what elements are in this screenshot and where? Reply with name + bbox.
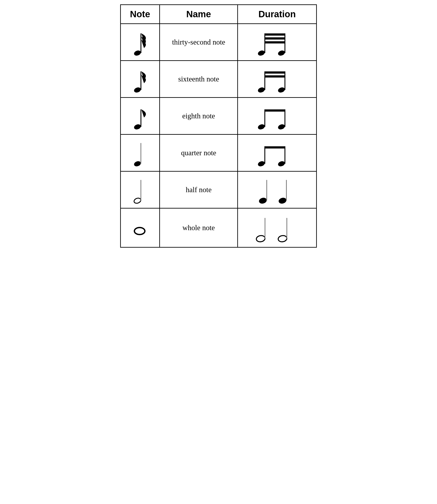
svg-marker-6 bbox=[265, 33, 285, 36]
name-cell-half: half note bbox=[160, 172, 238, 208]
svg-rect-14 bbox=[285, 71, 285, 90]
duration-cell-half bbox=[238, 172, 316, 208]
svg-rect-32 bbox=[140, 180, 141, 201]
svg-point-13 bbox=[277, 87, 286, 93]
svg-rect-29 bbox=[285, 146, 285, 164]
svg-rect-42 bbox=[287, 218, 287, 239]
svg-marker-16 bbox=[265, 75, 285, 78]
svg-rect-20 bbox=[264, 109, 265, 127]
svg-point-24 bbox=[133, 160, 142, 167]
duration-cell-whole bbox=[238, 209, 316, 247]
note-cell-half bbox=[121, 172, 160, 208]
note-name-eighth: eighth note bbox=[182, 111, 215, 121]
duration-cell-thirty-second bbox=[238, 24, 316, 60]
svg-rect-12 bbox=[264, 71, 265, 90]
svg-point-9 bbox=[133, 87, 142, 93]
note-name-whole: whole note bbox=[182, 223, 215, 233]
svg-point-31 bbox=[133, 197, 142, 204]
svg-point-21 bbox=[277, 123, 286, 130]
table-row: quarter note bbox=[121, 135, 316, 172]
svg-rect-1 bbox=[140, 33, 141, 53]
svg-rect-34 bbox=[266, 180, 267, 201]
note-cell-quarter bbox=[121, 135, 160, 171]
svg-point-17 bbox=[133, 123, 142, 130]
duration-cell-sixteenth bbox=[238, 61, 316, 97]
svg-rect-22 bbox=[285, 109, 285, 127]
note-name-quarter: quarter note bbox=[181, 148, 216, 158]
svg-rect-18 bbox=[140, 109, 141, 127]
music-notes-table: Note Name Duration bbox=[120, 4, 317, 248]
duration-cell-quarter bbox=[238, 135, 316, 171]
note-cell-whole bbox=[121, 209, 160, 247]
table-row: thirty-second note bbox=[121, 24, 316, 61]
note-name-half: half note bbox=[186, 185, 211, 194]
svg-marker-23 bbox=[265, 109, 285, 112]
table-row: half note bbox=[121, 172, 316, 209]
svg-marker-7 bbox=[265, 37, 285, 39]
note-cell-thirty-second bbox=[121, 24, 160, 60]
note-name-thirty-second: thirty-second note bbox=[172, 37, 225, 47]
svg-marker-8 bbox=[265, 41, 285, 43]
table-header-row: Note Name Duration bbox=[121, 5, 316, 24]
duration-cell-eighth bbox=[238, 98, 316, 134]
svg-point-26 bbox=[257, 160, 266, 167]
name-cell-eighth: eighth note bbox=[160, 98, 238, 134]
svg-rect-27 bbox=[264, 146, 265, 164]
table-row: eighth note bbox=[121, 98, 316, 135]
svg-marker-15 bbox=[265, 71, 285, 74]
note-cell-eighth bbox=[121, 98, 160, 134]
svg-point-39 bbox=[256, 235, 266, 242]
svg-point-41 bbox=[278, 235, 287, 242]
table-row: sixteenth note bbox=[121, 61, 316, 98]
name-cell-whole: whole note bbox=[160, 209, 238, 247]
svg-point-19 bbox=[257, 123, 266, 130]
note-name-sixteenth: sixteenth note bbox=[178, 74, 219, 84]
svg-rect-40 bbox=[265, 218, 266, 239]
svg-rect-36 bbox=[286, 180, 287, 201]
name-cell-quarter: quarter note bbox=[160, 135, 238, 171]
svg-point-38 bbox=[137, 230, 142, 233]
svg-point-35 bbox=[278, 197, 287, 204]
svg-rect-3 bbox=[264, 33, 265, 53]
note-cell-sixteenth bbox=[121, 61, 160, 97]
name-cell-thirty-second: thirty-second note bbox=[160, 24, 238, 60]
svg-point-33 bbox=[258, 197, 268, 204]
svg-point-2 bbox=[257, 49, 266, 57]
svg-point-0 bbox=[133, 49, 142, 57]
header-duration: Duration bbox=[238, 5, 316, 23]
svg-rect-10 bbox=[140, 71, 141, 90]
svg-point-4 bbox=[277, 49, 286, 57]
svg-marker-30 bbox=[265, 146, 285, 148]
table-row: whole note bbox=[121, 209, 316, 247]
header-note: Note bbox=[121, 5, 160, 23]
name-cell-sixteenth: sixteenth note bbox=[160, 61, 238, 97]
svg-point-28 bbox=[277, 160, 286, 167]
svg-rect-25 bbox=[140, 143, 141, 164]
svg-point-11 bbox=[257, 87, 266, 93]
header-name: Name bbox=[160, 5, 238, 23]
